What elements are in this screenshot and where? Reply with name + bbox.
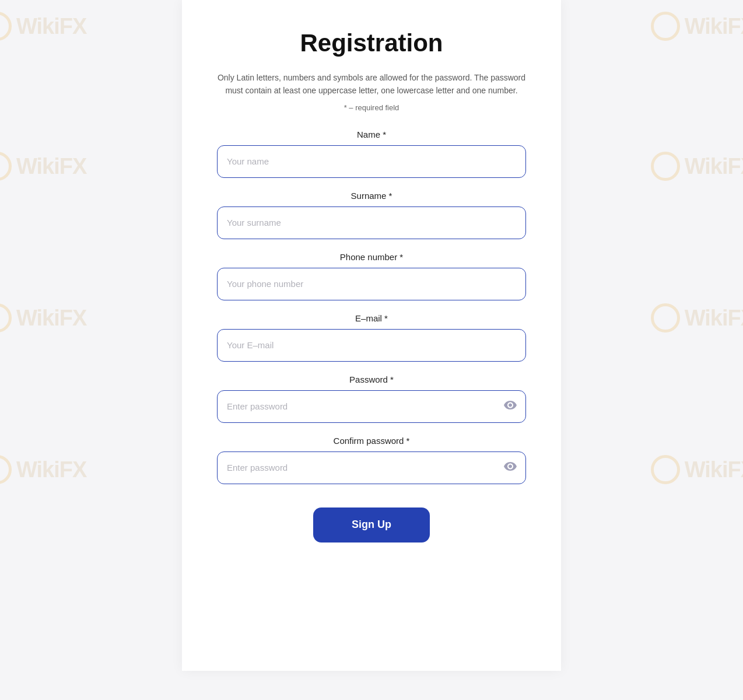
phone-label: Phone number * (217, 252, 526, 262)
surname-label: Surname * (217, 191, 526, 201)
watermark-left-1: WikiFX (0, 12, 86, 41)
confirm-password-wrapper (217, 452, 526, 484)
email-group: E–mail * (217, 313, 526, 362)
watermark-left-4: WikiFX (0, 455, 86, 484)
surname-input[interactable] (217, 206, 526, 239)
watermark-right-2: WikiFX (651, 152, 743, 181)
password-wrapper (217, 390, 526, 423)
watermark-right-3: WikiFX (651, 303, 743, 332)
name-input[interactable] (217, 145, 526, 178)
registration-card: Registration Only Latin letters, numbers… (182, 0, 561, 671)
watermark-right-4: WikiFX (651, 455, 743, 484)
password-input[interactable] (217, 390, 526, 423)
signup-button[interactable]: Sign Up (313, 508, 430, 542)
phone-group: Phone number * (217, 252, 526, 300)
password-group: Password * (217, 374, 526, 423)
watermark-left-2: WikiFX (0, 152, 86, 181)
password-label: Password * (217, 374, 526, 384)
surname-group: Surname * (217, 191, 526, 239)
description-text: Only Latin letters, numbers and symbols … (217, 71, 526, 97)
confirm-password-eye-icon[interactable] (504, 461, 517, 474)
name-label: Name * (217, 130, 526, 139)
watermark-left-3: WikiFX (0, 303, 86, 332)
page-title: Registration (217, 29, 526, 57)
email-label: E–mail * (217, 313, 526, 323)
watermark-right-1: WikiFX (651, 12, 743, 41)
required-note: * – required field (217, 103, 526, 112)
password-eye-icon[interactable] (504, 400, 517, 412)
confirm-password-input[interactable] (217, 452, 526, 484)
confirm-password-label: Confirm password * (217, 436, 526, 446)
name-group: Name * (217, 130, 526, 178)
confirm-password-group: Confirm password * (217, 436, 526, 484)
email-input[interactable] (217, 329, 526, 362)
phone-input[interactable] (217, 268, 526, 300)
